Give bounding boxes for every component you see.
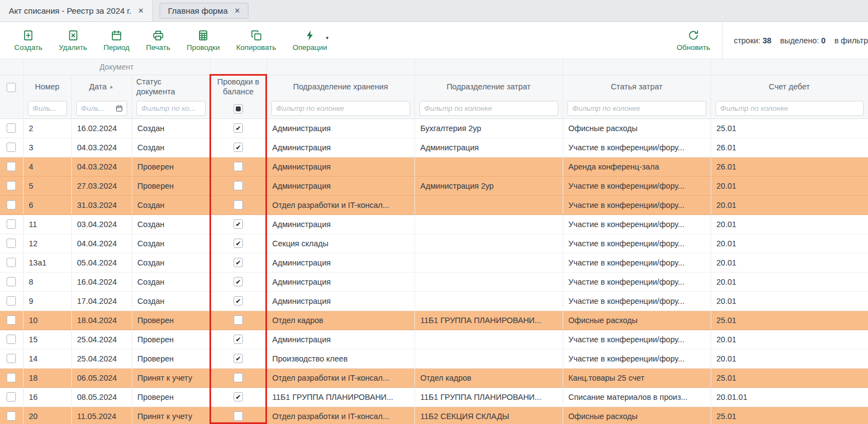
filter-in-balance-checkbox[interactable] (234, 104, 243, 114)
table-row[interactable]: 917.04.2024СозданАдминистрацияУчастие в … (0, 291, 868, 310)
cell-storage-dept: Администрация (266, 157, 415, 176)
in-balance-checkbox[interactable] (234, 392, 243, 402)
cell-status: Проверен (132, 349, 210, 368)
table-row[interactable]: 1425.04.2024ПроверенПроизводство клеевУч… (0, 349, 868, 368)
col-header-number[interactable]: Номер (23, 75, 71, 99)
cell-cost-item: Участие в конференции/фору... (563, 291, 711, 310)
in-balance-checkbox[interactable] (234, 373, 243, 382)
row-select-checkbox[interactable] (7, 200, 16, 210)
row-select-checkbox[interactable] (7, 277, 16, 286)
cell-number: 12 (23, 234, 71, 253)
table-row[interactable]: 216.02.2024СозданАдминистрацияБухгалтери… (0, 118, 868, 138)
select-all-checkbox[interactable] (7, 83, 16, 92)
row-select-checkbox[interactable] (7, 335, 16, 344)
row-select-checkbox[interactable] (7, 123, 16, 133)
table-row[interactable]: 1608.05.2024Проверен11Б1 ГРУППА ПЛАНИРОВ… (0, 387, 868, 406)
col-header-cost-dept[interactable]: Подразделение затрат (415, 75, 563, 99)
col-header-date[interactable]: Дата▲ (71, 75, 132, 99)
filter-cost-dept-input[interactable] (419, 101, 558, 116)
cell-in-balance (210, 406, 266, 424)
row-select-checkbox[interactable] (7, 296, 16, 306)
in-balance-checkbox[interactable] (234, 315, 243, 325)
in-balance-checkbox[interactable] (234, 335, 243, 344)
print-button[interactable]: Печать (146, 29, 170, 52)
tab-main-form[interactable]: Главная форма ✕ (160, 3, 248, 19)
dropdown-caret-icon: ▼ (325, 36, 330, 41)
filter-debit-account-input[interactable] (716, 101, 864, 116)
row-select-checkbox[interactable] (7, 181, 16, 190)
col-header-debit-account[interactable]: Счет дебет (711, 75, 868, 99)
in-balance-checkbox[interactable] (234, 162, 243, 171)
table-row[interactable]: 1525.04.2024ПроверенАдминистрацияУчастие… (0, 330, 868, 349)
in-balance-checkbox[interactable] (234, 123, 243, 133)
copy-button[interactable]: Копировать (236, 29, 276, 52)
toolbar: Создать Удалить Период Печать Проводки К… (0, 22, 868, 59)
table-row[interactable]: 1103.04.2024СозданАдминистрацияУчастие в… (0, 214, 868, 234)
cell-debit-account: 20.01 (711, 234, 868, 253)
row-select-checkbox[interactable] (7, 219, 16, 229)
cell-in-balance (210, 234, 266, 253)
calendar-icon[interactable] (115, 104, 123, 112)
in-balance-checkbox[interactable] (234, 143, 243, 152)
in-balance-checkbox[interactable] (234, 239, 243, 248)
table-row[interactable]: 816.04.2024СозданАдминистрацияУчастие в … (0, 272, 868, 291)
row-select-checkbox[interactable] (7, 411, 16, 421)
filter-cost-item-input[interactable] (568, 101, 706, 116)
table-row[interactable]: 13а105.04.2024СозданАдминистрацияУчастие… (0, 253, 868, 272)
in-balance-checkbox[interactable] (234, 354, 243, 363)
row-select-checkbox[interactable] (7, 373, 16, 382)
col-header-status[interactable]: Статус документа (132, 75, 210, 99)
cell-status: Создан (132, 118, 210, 138)
create-button[interactable]: Создать (14, 29, 42, 52)
row-select-checkbox[interactable] (7, 392, 16, 402)
col-header-storage-dept[interactable]: Подразделение хранения (266, 75, 415, 99)
delete-button[interactable]: Удалить (59, 29, 87, 52)
period-button[interactable]: Период (104, 29, 129, 52)
in-balance-checkbox[interactable] (234, 181, 243, 190)
table-row[interactable]: 304.03.2024СозданАдминистрацияАдминистра… (0, 138, 868, 157)
cell-storage-dept: Отдел разработки и IT-консал... (266, 368, 415, 387)
in-balance-checkbox[interactable] (234, 411, 243, 421)
sort-ascending-icon: ▲ (109, 84, 114, 89)
in-balance-checkbox[interactable] (234, 277, 243, 286)
close-icon[interactable]: ✕ (234, 7, 240, 15)
filter-status-input[interactable] (137, 101, 206, 116)
row-select-checkbox[interactable] (7, 354, 16, 363)
row-select-checkbox[interactable] (7, 143, 16, 152)
cell-cost-item: Списание материалов в произ... (563, 387, 711, 406)
row-select-checkbox[interactable] (7, 315, 16, 325)
close-icon[interactable]: ✕ (138, 7, 144, 15)
table-row[interactable]: 1018.04.2024ПроверенОтдел кадров11Б1 ГРУ… (0, 310, 868, 330)
row-select-checkbox[interactable] (7, 258, 16, 267)
col-header-cost-item[interactable]: Статья затрат (563, 75, 711, 99)
operations-button[interactable]: ▼ Операции (292, 29, 327, 52)
col-header-in-balance[interactable]: Проводки в балансе (210, 75, 266, 99)
cell-storage-dept: Администрация (266, 330, 415, 349)
cell-in-balance (210, 387, 266, 406)
cell-number: 4 (23, 157, 71, 176)
cell-debit-account: 20.01 (711, 330, 868, 349)
cell-date: 04.04.2024 (71, 234, 132, 253)
in-balance-checkbox[interactable] (234, 200, 243, 210)
row-select-checkbox[interactable] (7, 162, 16, 171)
table-row[interactable]: 631.03.2024СозданОтдел разработки и IT-к… (0, 195, 868, 214)
table-row[interactable]: 527.03.2024ПроверенАдминистрацияАдминист… (0, 176, 868, 195)
tab-act-registry[interactable]: Акт списания - Реестр за 2024 г. ✕ (0, 0, 153, 21)
refresh-button[interactable]: Обновить (677, 29, 710, 52)
in-balance-checkbox[interactable] (234, 296, 243, 306)
postings-button[interactable]: Проводки (186, 29, 219, 52)
cell-in-balance (210, 176, 266, 195)
in-balance-checkbox[interactable] (234, 258, 243, 267)
in-balance-checkbox[interactable] (234, 219, 243, 229)
row-select-checkbox[interactable] (7, 239, 16, 248)
table-row[interactable]: 404.03.2024ПроверенАдминистрацияАренда к… (0, 157, 868, 176)
filter-storage-dept-input[interactable] (271, 101, 410, 116)
registry-table-wrap: Документ Номер Дата▲ Статус документа Пр… (0, 59, 868, 424)
filter-number-input[interactable] (28, 101, 67, 116)
cell-cost-dept (415, 234, 563, 253)
table-row[interactable]: 2011.05.2024Принят к учетуОтдел разработ… (0, 406, 868, 424)
cell-in-balance (210, 272, 266, 291)
table-row[interactable]: 1806.05.2024Принят к учетуОтдел разработ… (0, 368, 868, 387)
cell-cost-item: Участие в конференции/фору... (563, 349, 711, 368)
table-row[interactable]: 1204.04.2024СозданСекция складыУчастие в… (0, 234, 868, 253)
